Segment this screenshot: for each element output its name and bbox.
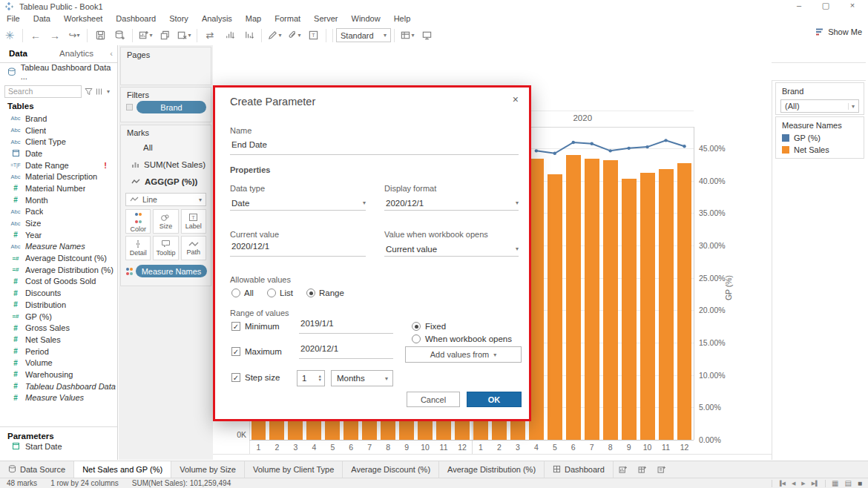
previous-page-icon[interactable]: ◀ <box>792 481 795 487</box>
tableau-toolbar-logo-icon[interactable]: ✳ <box>0 27 19 44</box>
stepper-arrows-icon[interactable]: ▲▼ <box>318 375 322 382</box>
duplicate-button[interactable] <box>155 27 174 44</box>
replay-button[interactable]: ↪▾ <box>65 27 84 44</box>
minimize-button[interactable]: – <box>786 0 812 12</box>
detail-button[interactable]: Detail <box>125 236 151 260</box>
datasource-item[interactable]: Tableau Dashboard Data ... <box>0 65 117 79</box>
field-measure-names[interactable]: AbcMeasure Names <box>0 241 117 253</box>
sheet-tab-average-discount-[interactable]: Average Discount (%) <box>343 461 439 478</box>
field-volume[interactable]: #Volume <box>0 357 117 369</box>
field-cost-of-goods-sold[interactable]: #Cost of Goods Sold <box>0 276 117 288</box>
undo-button[interactable]: ← <box>26 27 45 44</box>
menu-help[interactable]: Help <box>387 13 418 25</box>
menu-analysis[interactable]: Analysis <box>195 13 239 25</box>
sheet-tab-dashboard[interactable]: Dashboard <box>545 461 614 478</box>
save-button[interactable] <box>91 27 110 44</box>
swap-rows-columns-button[interactable]: ⇄ <box>200 27 220 44</box>
menu-dashboard[interactable]: Dashboard <box>109 13 162 25</box>
legend-item-net-sales[interactable]: Net Sales <box>776 144 864 156</box>
next-page-icon[interactable]: ▶ <box>801 481 805 487</box>
chevron-down-icon[interactable]: ▾ <box>107 88 110 95</box>
show-mark-labels-button[interactable]: T <box>303 27 323 44</box>
field-month[interactable]: #Month <box>0 194 117 206</box>
sheet-tab-average-distribution-[interactable]: Average Distribution (%) <box>439 461 545 478</box>
search-input[interactable] <box>4 85 82 98</box>
sheet-tab-net-sales-and-gp-[interactable]: Net Sales and GP (%) <box>74 461 171 478</box>
field-material-description[interactable]: AbcMaterial Description <box>0 171 117 182</box>
menu-story[interactable]: Story <box>162 13 195 25</box>
brand-filter-dropdown[interactable]: (All) ▾ <box>780 99 859 113</box>
minimum-input[interactable]: 2019/1/1 <box>299 319 393 334</box>
step-size-stepper[interactable]: 1 ▲▼ <box>297 370 325 386</box>
field-size[interactable]: AbcSize <box>0 217 117 229</box>
tab-data[interactable]: Data <box>0 45 50 62</box>
marks-layer-net-sales[interactable]: SUM(Net Sales) <box>121 156 211 173</box>
filter-pill-brand[interactable]: Brand <box>137 101 206 113</box>
sheet-tab-volume-by-size[interactable]: Volume by Size <box>171 461 245 478</box>
new-worksheet-button[interactable] <box>614 461 633 478</box>
menu-map[interactable]: Map <box>239 13 268 25</box>
grid-view-icon[interactable]: ▦ <box>832 479 838 487</box>
menu-worksheet[interactable]: Worksheet <box>57 13 109 25</box>
tab-analytics[interactable]: Analytics <box>50 45 101 62</box>
sheet-tab-volume-by-client-type[interactable]: Volume by Client Type <box>245 461 343 478</box>
field-net-sales[interactable]: #Net Sales <box>0 334 117 346</box>
field-brand[interactable]: AbcBrand <box>0 113 117 125</box>
parameter-start-date[interactable]: Start Date <box>0 441 117 452</box>
mark-type-select[interactable]: Line ▾ <box>125 193 206 206</box>
menu-format[interactable]: Format <box>268 13 307 25</box>
filmstrip-view-icon[interactable]: ▤ <box>845 479 852 487</box>
add-values-from-button[interactable]: Add values from▾ <box>405 346 522 363</box>
single-view-icon[interactable]: ■ <box>858 479 862 487</box>
new-story-button[interactable] <box>652 461 671 478</box>
radio-list[interactable]: List <box>267 288 293 297</box>
minimum-checkbox[interactable]: ✓Minimum <box>231 322 280 331</box>
close-button[interactable]: × <box>840 0 865 12</box>
maximize-button[interactable]: ▢ <box>813 0 838 12</box>
field-tableau-dashboard-data-s-[interactable]: #Tableau Dashboard Data S.. <box>0 380 117 392</box>
field-pack[interactable]: AbcPack <box>0 206 117 218</box>
sort-ascending-button[interactable] <box>220 27 239 44</box>
menu-data[interactable]: Data <box>27 13 57 25</box>
maximum-checkbox[interactable]: ✓Maximum <box>231 347 282 356</box>
current-value-input[interactable]: 2020/12/1 <box>230 242 366 257</box>
name-input[interactable]: End Date <box>230 140 519 155</box>
field-period[interactable]: #Period <box>0 346 117 357</box>
legend-item-gp[interactable]: GP (%) <box>776 132 864 144</box>
field-gp-[interactable]: =#GP (%) <box>0 311 117 323</box>
show-me-button[interactable]: Show Me <box>815 27 862 36</box>
marks-layer-gp[interactable]: AGG(GP (%)) <box>121 173 211 190</box>
field-material-number[interactable]: #Material Number <box>0 182 117 194</box>
field-average-distribution-[interactable]: =#Average Distribution (%) <box>0 264 117 276</box>
first-page-icon[interactable]: ▐◀ <box>778 481 786 487</box>
highlight-button[interactable]: ▾ <box>265 27 284 44</box>
last-page-icon[interactable]: ▶▌ <box>812 481 819 487</box>
when-workbook-opens-radio[interactable]: When workbook opens <box>412 334 512 343</box>
field-warehousing[interactable]: #Warehousing <box>0 369 117 380</box>
field-client-type[interactable]: AbcClient Type <box>0 136 117 148</box>
size-button[interactable]: Size <box>153 209 178 234</box>
radio-all[interactable]: All <box>231 288 254 297</box>
view-columns-icon[interactable] <box>96 88 104 96</box>
presentation-mode-button[interactable] <box>417 27 436 44</box>
field-client[interactable]: AbcClient <box>0 125 117 136</box>
marks-layer-all[interactable]: All <box>121 139 211 156</box>
maximum-input[interactable]: 2020/12/1 <box>299 344 393 359</box>
sort-descending-button[interactable] <box>239 27 258 44</box>
field-gross-sales[interactable]: #Gross Sales <box>0 322 117 334</box>
sheet-tab-data-source[interactable]: Data Source <box>0 461 74 478</box>
new-worksheet-button[interactable]: ▾ <box>136 27 155 44</box>
field-date[interactable]: Date <box>0 148 117 159</box>
dialog-close-icon[interactable]: × <box>513 93 519 105</box>
step-size-checkbox[interactable]: ✓Step size <box>231 373 280 382</box>
group-members-button[interactable]: ▾ <box>284 27 303 44</box>
measure-names-pill[interactable]: Measure Names <box>136 265 207 277</box>
color-button[interactable]: Color <box>125 209 151 234</box>
radio-range[interactable]: Range <box>306 288 344 297</box>
new-dashboard-button[interactable] <box>633 461 652 478</box>
step-unit-select[interactable]: Months ▾ <box>331 370 393 386</box>
cancel-button[interactable]: Cancel <box>407 392 460 407</box>
data-type-select[interactable]: Date ▾ <box>230 196 366 211</box>
field-date-range[interactable]: =T|FDate Range! <box>0 159 117 171</box>
filter-funnel-icon[interactable] <box>85 88 93 96</box>
